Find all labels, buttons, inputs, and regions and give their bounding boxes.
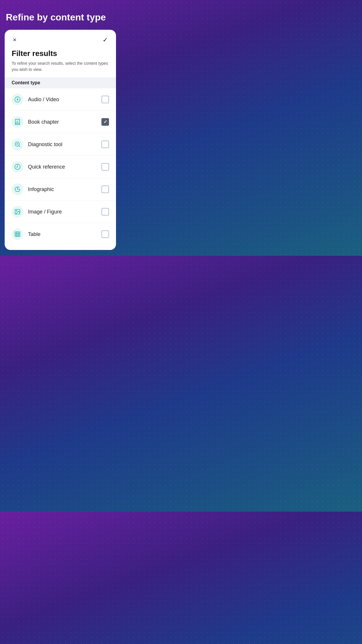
list-item: Image / Figure — [5, 201, 116, 223]
list-item: Diagnostic tool — [5, 133, 116, 156]
image-figure-checkbox[interactable] — [101, 208, 109, 216]
audio-video-label: Audio / Video — [28, 97, 101, 103]
diagnostic-tool-checkbox[interactable] — [101, 141, 109, 148]
infographic-checkbox[interactable] — [101, 186, 109, 193]
table-icon — [12, 228, 23, 240]
modal-subtitle: To refine your search results, select th… — [5, 60, 116, 77]
confirm-button[interactable]: ✓ — [101, 36, 109, 44]
infographic-icon — [12, 183, 23, 195]
quick-reference-icon — [12, 161, 23, 173]
image-figure-label: Image / Figure — [28, 209, 101, 215]
audio-video-icon — [12, 94, 23, 105]
diagnostic-tool-icon — [12, 139, 23, 150]
modal-header: × ✓ — [5, 30, 116, 49]
section-header: Content type — [5, 77, 116, 88]
modal-title: Filter results — [5, 49, 116, 60]
close-button[interactable]: × — [12, 36, 18, 44]
list-item: Book chapter — [5, 111, 116, 133]
svg-line-5 — [19, 146, 20, 147]
list-item: Quick reference — [5, 156, 116, 178]
modal-card: × ✓ Filter results To refine your search… — [5, 30, 116, 250]
table-label: Table — [28, 231, 101, 237]
book-chapter-checkbox[interactable] — [101, 118, 109, 126]
book-chapter-icon — [12, 116, 23, 128]
svg-point-12 — [16, 211, 17, 211]
svg-marker-1 — [17, 99, 19, 101]
diagnostic-tool-label: Diagnostic tool — [28, 141, 101, 148]
page-title: Refine by content type — [5, 12, 116, 23]
list-item: Infographic — [5, 178, 116, 201]
table-checkbox[interactable] — [101, 230, 109, 238]
infographic-label: Infographic — [28, 186, 101, 192]
page-wrapper: Refine by content type × ✓ Filter result… — [0, 0, 121, 256]
book-chapter-label: Book chapter — [28, 119, 101, 125]
list-item: Audio / Video — [5, 88, 116, 111]
list-item: Table — [5, 223, 116, 245]
quick-reference-label: Quick reference — [28, 164, 101, 170]
audio-video-checkbox[interactable] — [101, 96, 109, 103]
svg-rect-13 — [15, 232, 20, 237]
filter-list: Audio / Video Book chapter — [5, 88, 116, 245]
quick-reference-checkbox[interactable] — [101, 163, 109, 171]
image-figure-icon — [12, 206, 23, 218]
